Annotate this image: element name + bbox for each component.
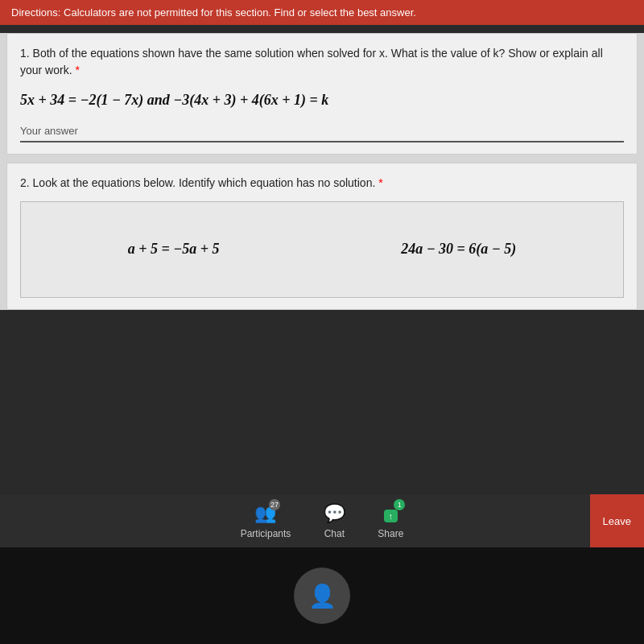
answer-input-area[interactable]: Your answer — [20, 123, 624, 142]
directions-banner: Directions: Calculators are not permitte… — [0, 0, 644, 25]
required-star-1: * — [75, 64, 79, 76]
chat-button[interactable]: 💬 Chat — [323, 502, 345, 539]
directions-text: Directions: Calculators are not permitte… — [11, 6, 416, 19]
share-badge: 1 — [394, 499, 405, 510]
share-label: Share — [378, 528, 403, 539]
participants-icon: 👥 27 — [254, 502, 277, 525]
question-2-text: 2. Look at the equations below. Identify… — [20, 175, 624, 192]
chat-label: Chat — [324, 528, 345, 539]
screen: Directions: Calculators are not permitte… — [0, 0, 644, 644]
bottom-toolbar: 👥 27 Participants 💬 Chat ↑ 1 Share Leave — [0, 494, 644, 547]
question-1-card: 1. Both of the equations shown have the … — [6, 33, 638, 155]
participants-badge: 27 — [269, 499, 280, 510]
avatar: 👤 — [294, 568, 350, 624]
main-content: 1. Both of the equations shown have the … — [0, 33, 644, 310]
question-1-equation: 5x + 34 = −2(1 − 7x) and −3(4x + 3) + 4(… — [20, 89, 624, 112]
participants-button[interactable]: 👥 27 Participants — [241, 502, 291, 539]
share-icon: ↑ 1 — [379, 502, 402, 525]
question-2-card: 2. Look at the equations below. Identify… — [6, 163, 638, 310]
required-star-2: * — [378, 176, 382, 189]
answer-label: Your answer — [20, 125, 78, 137]
chat-icon: 💬 — [323, 502, 345, 525]
share-button[interactable]: ↑ 1 Share — [378, 502, 403, 539]
equation-2a: a + 5 = −5a + 5 — [128, 241, 220, 258]
question-1-text: 1. Both of the equations shown have the … — [20, 45, 624, 79]
avatar-icon: 👤 — [308, 583, 336, 609]
participants-label: Participants — [241, 528, 291, 539]
equation-box: a + 5 = −5a + 5 24a − 30 = 6(a − 5) — [20, 201, 624, 298]
leave-button[interactable]: Leave — [590, 494, 644, 547]
bottom-dark-area: 👤 — [0, 547, 644, 644]
equation-2b: 24a − 30 = 6(a − 5) — [401, 241, 516, 258]
